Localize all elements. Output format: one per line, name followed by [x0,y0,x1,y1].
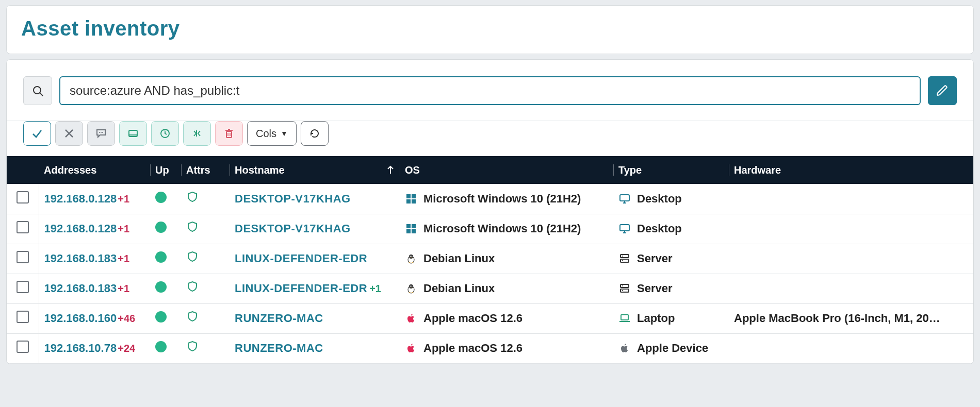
address-link[interactable]: 192.168.10.78 [44,342,117,354]
address-extra: +1 [118,193,129,205]
table-row: 192.168.0.183+1LINUX-DEFENDER-EDRDebian … [7,244,974,274]
sort-asc-icon [384,164,395,177]
shield-icon [186,310,200,324]
refresh-button[interactable] [301,121,329,146]
laptop-icon [618,312,631,325]
search-icon [31,84,44,97]
type-text: Server [637,282,673,295]
table-row: 192.168.0.128+1DESKTOP-V17KHAGMicrosoft … [7,184,974,214]
row-checkbox[interactable] [17,341,29,353]
server-icon [618,252,631,265]
address-link[interactable]: 192.168.0.128 [44,222,117,235]
tag-button[interactable] [119,121,147,146]
hostname-link[interactable]: LINUX-DEFENDER-EDR [235,252,367,265]
col-checkbox[interactable] [7,156,39,184]
hostname-link[interactable]: DESKTOP-V17KHAG [235,192,351,205]
type-text: Server [637,252,673,265]
col-addresses[interactable]: Addresses [39,156,150,184]
address-extra: +24 [118,343,135,354]
x-icon [63,127,75,140]
row-checkbox[interactable] [17,221,29,233]
table-header: Addresses Up Attrs Hostname OS Type Hard… [7,156,974,184]
col-os[interactable]: OS [400,156,613,184]
comment-button[interactable] [87,121,115,146]
type-text: Desktop [637,222,682,235]
columns-dropdown[interactable]: Cols ▼ [247,121,297,146]
os-text: Debian Linux [423,282,495,295]
address-link[interactable]: 192.168.0.183 [44,252,117,265]
row-checkbox[interactable] [17,311,29,323]
hostname-link[interactable]: LINUX-DEFENDER-EDR [235,282,367,295]
status-up-icon [155,251,167,263]
type-text: Apple Device [637,342,708,355]
delete-button[interactable] [215,121,243,146]
check-icon [31,127,43,140]
col-hostname[interactable]: Hostname [230,156,400,184]
schedule-button[interactable] [151,121,179,146]
os-text: Microsoft Windows 10 (21H2) [423,192,581,206]
apply-button[interactable] [23,121,51,146]
comment-icon [95,127,107,140]
status-up-icon [155,281,167,293]
desktop-icon [618,193,631,205]
table-row: 192.168.0.183+1LINUX-DEFENDER-EDR+1Debia… [7,274,974,303]
status-up-icon [155,311,167,323]
table-row: 192.168.10.78+24RUNZERO-MACApple macOS 1… [7,333,974,363]
shield-icon [186,340,200,353]
shield-icon [186,280,200,294]
shield-icon [186,191,200,204]
inventory-panel: Cols ▼ Addresses Up Attrs Hostname OS Ty… [6,59,974,364]
col-hardware[interactable]: Hardware [729,156,974,184]
os-text: Debian Linux [423,252,495,265]
columns-label: Cols [256,128,276,140]
hostname-link[interactable]: RUNZERO-MAC [235,312,323,325]
type-text: Desktop [637,192,682,206]
address-extra: +1 [118,283,129,294]
refresh-icon [308,127,321,140]
shield-icon [186,221,200,234]
col-attrs[interactable]: Attrs [181,156,230,184]
desktop-icon [618,223,631,235]
address-extra: +1 [118,223,129,234]
os-text: Apple macOS 12.6 [423,342,522,355]
clock-icon [159,127,171,140]
merge-button[interactable] [183,121,211,146]
address-link[interactable]: 192.168.0.183 [44,282,117,295]
edit-query-button[interactable] [928,76,957,105]
hardware-text: Apple MacBook Pro (16-Inch, M1, 20… [734,312,940,325]
os-text: Microsoft Windows 10 (21H2) [423,222,581,235]
os-text: Apple macOS 12.6 [423,312,522,325]
status-up-icon [155,341,167,352]
windows-icon [405,223,417,235]
merge-icon [191,127,203,140]
apple-gray-icon [618,342,631,354]
address-extra: +1 [118,253,129,264]
address-link[interactable]: 192.168.0.160 [44,312,117,325]
row-checkbox[interactable] [17,281,29,293]
apple-red-icon [405,312,417,325]
search-icon-box[interactable] [23,76,52,105]
tag-icon [127,127,139,140]
col-type[interactable]: Type [613,156,729,184]
apple-red-icon [405,342,417,354]
search-input[interactable] [59,76,921,105]
hostname-extra: +1 [369,283,381,294]
row-checkbox[interactable] [17,191,29,204]
table-row: 192.168.0.128+1DESKTOP-V17KHAGMicrosoft … [7,214,974,244]
row-checkbox[interactable] [17,251,29,263]
type-text: Laptop [637,312,675,325]
page-title: Asset inventory [21,17,959,40]
server-icon [618,282,631,295]
address-extra: +46 [118,313,135,324]
linux-icon [405,252,417,265]
hostname-link[interactable]: RUNZERO-MAC [235,342,323,354]
trash-icon [223,127,235,140]
pencil-icon [936,84,949,97]
col-up[interactable]: Up [150,156,181,184]
hostname-link[interactable]: DESKTOP-V17KHAG [235,222,351,235]
bulk-toolbar: Cols ▼ [7,121,973,156]
clear-button[interactable] [55,121,83,146]
table-row: 192.168.0.160+46RUNZERO-MACApple macOS 1… [7,303,974,333]
address-link[interactable]: 192.168.0.128 [44,192,117,205]
page-header: Asset inventory [6,5,974,54]
